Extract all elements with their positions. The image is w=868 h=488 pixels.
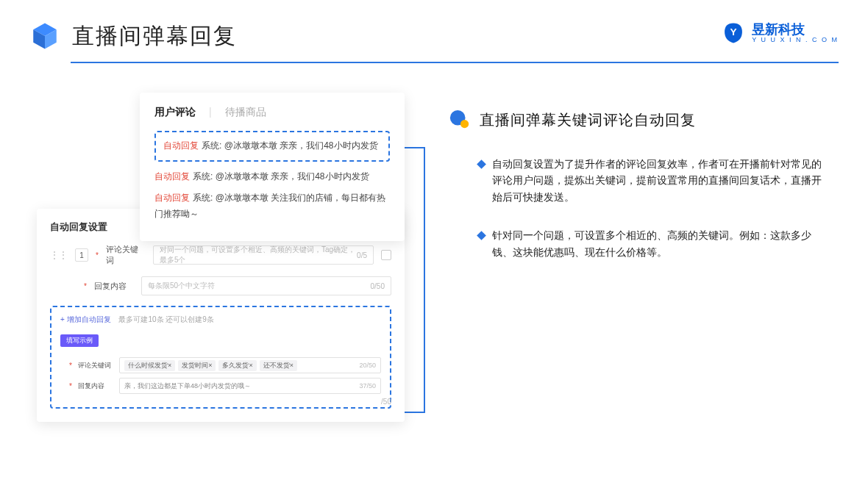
auto-reply-tag: 自动回复 (163, 140, 199, 151)
keyword-tag[interactable]: 什么时候发货× (124, 360, 175, 371)
keyword-tag[interactable]: 多久发货× (218, 360, 256, 371)
screenshot-composite: 用户评论 | 待播商品 自动回复系统: @冰墩墩本墩 亲亲，我们48小时内发货 … (37, 93, 405, 422)
diamond-icon (477, 231, 486, 240)
brand-name-cn: 昱新科技 (752, 23, 839, 36)
tab-pending-products[interactable]: 待播商品 (225, 106, 266, 119)
required-star: * (69, 362, 72, 370)
bullet-text: 自动回复设置为了提升作者的评论回复效率，作者可在开播前针对常见的评论用户问题，提… (492, 156, 831, 205)
keyword-tag[interactable]: 发货时间× (178, 360, 216, 371)
example-box: + 增加自动回复 最多可建10条 还可以创建9条 填写示例 * 评论关键词 什么… (50, 306, 391, 409)
tab-user-comments[interactable]: 用户评论 (154, 106, 196, 119)
auto-reply-tag: 自动回复 (154, 193, 190, 203)
char-count: 0/5 (357, 251, 367, 259)
example-reply-text: 亲，我们这边都是下单48小时内发货的哦～ (124, 381, 251, 391)
example-keyword-label: 评论关键词 (78, 361, 113, 370)
example-keyword-row: * 评论关键词 什么时候发货× 发货时间× 多久发货× 还不发货× 20/50 (69, 357, 381, 373)
example-keyword-input[interactable]: 什么时候发货× 发货时间× 多久发货× 还不发货× 20/50 (119, 357, 381, 373)
brand-logo: Y 昱新科技 Y U U X I N . C O M (721, 21, 839, 46)
reply-label: 回复内容 (94, 281, 134, 292)
keyword-tag[interactable]: 还不发货× (260, 360, 297, 371)
bullet-item: 针对同一个问题，可设置多个相近的、高频的关键词。例如：这款多少钱、这块能优惠吗、… (449, 227, 831, 260)
example-reply-label: 回复内容 (78, 381, 113, 391)
section-header: 直播间弹幕关键词评论自动回复 (449, 109, 831, 131)
required-star: * (84, 282, 87, 290)
char-count: 37/50 (359, 382, 376, 390)
reply-input[interactable]: 每条限50个中文字符 0/50 (141, 276, 391, 295)
cube-icon (29, 21, 60, 51)
reply-item: 自动回复系统: @冰墩墩本墩 亲亲，我们48小时内发货 (163, 138, 381, 154)
placeholder-text: 每条限50个中文字符 (148, 281, 215, 291)
add-auto-reply-link[interactable]: + 增加自动回复 最多可建10条 还可以创建9条 (60, 315, 381, 325)
auto-reply-tag: 自动回复 (154, 171, 190, 182)
reply-text: 系统: @冰墩墩本墩 亲亲，我们48小时内发货 (193, 171, 369, 182)
required-star: * (69, 382, 72, 390)
placeholder-text: 对同一个问题，可设置多个相近、高频的关键词，Tag确定，最多5个 (160, 245, 357, 265)
add-hint: 最多可建10条 还可以创建9条 (118, 315, 213, 323)
connector-line (424, 147, 425, 413)
page-header: 直播间弹幕回复 Y 昱新科技 Y U U X I N . C O M (0, 0, 868, 62)
keyword-label: 评论关键词 (106, 244, 146, 266)
add-text: + 增加自动回复 (60, 315, 111, 323)
example-reply-row: * 回复内容 亲，我们这边都是下单48小时内发货的哦～ 37/50 (69, 378, 381, 394)
rule-reply-row: * 回复内容 每条限50个中文字符 0/50 (84, 276, 391, 295)
reply-item: 自动回复系统: @冰墩墩本墩 亲亲，我们48小时内发货 (154, 169, 390, 185)
drag-handle-icon[interactable]: ⋮⋮ (50, 251, 68, 259)
svg-text:Y: Y (730, 26, 737, 37)
section-title: 直播间弹幕关键词评论自动回复 (480, 110, 696, 130)
modal-title: 自动回复设置 (50, 220, 107, 234)
ghost-count: /50 (381, 398, 391, 406)
rule-index: 1 (75, 248, 88, 262)
reply-text: 系统: @冰墩墩本墩 亲亲，我们48小时内发货 (202, 140, 378, 151)
bullet-text: 针对同一个问题，可设置多个相近的、高频的关键词。例如：这款多少钱、这块能优惠吗、… (492, 227, 831, 260)
rule-keyword-row: ⋮⋮ 1 * 评论关键词 对同一个问题，可设置多个相近、高频的关键词，Tag确定… (50, 244, 391, 266)
bullet-item: 自动回复设置为了提升作者的评论回复效率，作者可在开播前针对常见的评论用户问题，提… (449, 156, 831, 205)
tabs: 用户评论 | 待播商品 (154, 106, 390, 119)
comments-panel: 用户评论 | 待播商品 自动回复系统: @冰墩墩本墩 亲亲，我们48小时内发货 … (140, 93, 405, 241)
chat-bubble-icon (449, 109, 471, 131)
required-star: * (96, 251, 99, 259)
char-count: 0/50 (371, 282, 385, 290)
svg-point-5 (460, 120, 469, 128)
example-reply-input[interactable]: 亲，我们这边都是下单48小时内发货的哦～ 37/50 (119, 378, 381, 394)
description-column: 直播间弹幕关键词评论自动回复 自动回复设置为了提升作者的评论回复效率，作者可在开… (449, 93, 831, 282)
diamond-icon (477, 159, 486, 169)
connector-line (403, 147, 425, 148)
delete-icon[interactable] (381, 250, 391, 260)
brand-icon: Y (721, 21, 746, 46)
brand-name-en: Y U U X I N . C O M (752, 36, 839, 44)
example-badge: 填写示例 (60, 334, 99, 347)
reply-item: 自动回复系统: @冰墩墩本墩 关注我们的店铺，每日都有热门推荐呦～ (154, 190, 390, 222)
tab-separator: | (209, 106, 212, 119)
page-title: 直播间弹幕回复 (72, 21, 237, 51)
highlighted-reply: 自动回复系统: @冰墩墩本墩 亲亲，我们48小时内发货 (154, 131, 390, 162)
keyword-input[interactable]: 对同一个问题，可设置多个相近、高频的关键词，Tag确定，最多5个 0/5 (153, 245, 374, 265)
char-count: 20/50 (359, 362, 376, 369)
